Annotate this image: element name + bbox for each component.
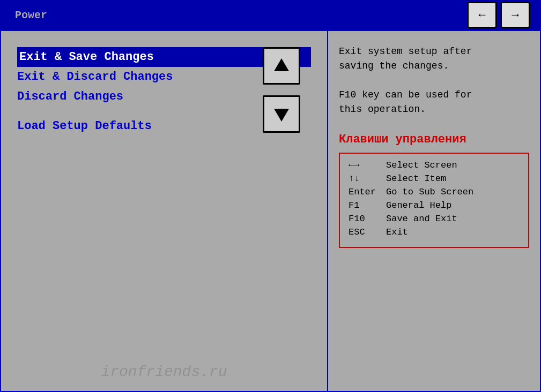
svg-marker-1 [274, 109, 289, 122]
left-panel: Exit & Save ChangesExit & Discard Change… [1, 31, 328, 391]
control-desc-2: Go to Sub Screen [386, 187, 473, 197]
control-key-5: ESC [349, 227, 386, 237]
control-key-2: Enter [349, 187, 386, 197]
controls-title: Клавиши управления [339, 133, 529, 146]
watermark: ironfriends.ru [101, 364, 227, 380]
control-key-1: ↑↓ [349, 174, 386, 184]
nav-bar: MainAdvancedPowerBootExit ← → [0, 0, 541, 30]
nav-item-advanced[interactable]: Advanced [5, 0, 76, 5]
help-line1: Exit system setup after [339, 46, 472, 57]
control-row-0: ←→Select Screen [349, 160, 520, 170]
control-desc-0: Select Screen [386, 160, 457, 170]
arrow-buttons [263, 47, 300, 133]
control-key-0: ←→ [349, 160, 386, 170]
up-arrow-button[interactable] [263, 47, 300, 85]
svg-marker-0 [274, 58, 289, 71]
control-row-4: F10Save and Exit [349, 214, 520, 224]
control-desc-1: Select Item [386, 174, 446, 184]
nav-item-power[interactable]: Power [5, 5, 76, 26]
nav-next-button[interactable]: → [500, 2, 530, 28]
controls-box: ←→Select Screen↑↓Select ItemEnterGo to S… [339, 153, 529, 248]
down-arrow-button[interactable] [263, 95, 300, 133]
help-text: Exit system setup after saving the chang… [339, 44, 529, 117]
help-line2: saving the changes. [339, 61, 449, 71]
main-content: Exit & Save ChangesExit & Discard Change… [0, 30, 541, 392]
control-desc-5: Exit [386, 227, 408, 237]
nav-arrows: ← → [467, 2, 530, 28]
control-key-3: F1 [349, 200, 386, 210]
control-row-5: ESCExit [349, 227, 520, 237]
help-line5: this operation. [339, 104, 426, 115]
nav-prev-button[interactable]: ← [467, 2, 497, 28]
help-line4: F10 key can be used for [339, 89, 472, 100]
control-row-1: ↑↓Select Item [349, 174, 520, 184]
right-panel: Exit system setup after saving the chang… [328, 31, 540, 391]
control-key-4: F10 [349, 214, 386, 224]
control-desc-3: General Help [386, 200, 451, 210]
control-desc-4: Save and Exit [386, 214, 457, 224]
control-row-3: F1General Help [349, 200, 520, 210]
control-row-2: EnterGo to Sub Screen [349, 187, 520, 197]
